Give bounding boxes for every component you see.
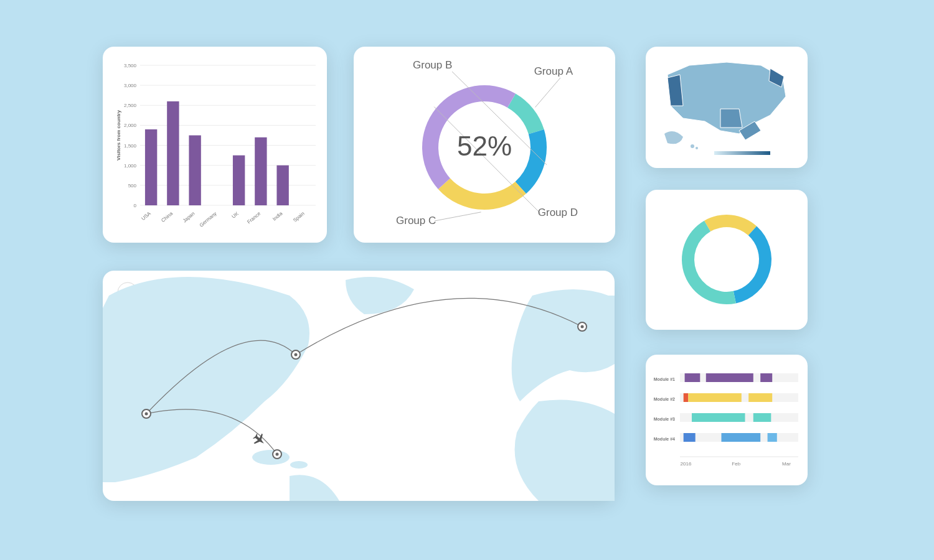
svg-text:1,000: 1,000	[124, 163, 137, 169]
svg-point-68	[252, 450, 290, 465]
svg-text:Group A: Group A	[534, 65, 573, 77]
svg-text:3,000: 3,000	[124, 83, 137, 88]
svg-text:Japan: Japan	[182, 211, 196, 224]
svg-text:Module #1: Module #1	[654, 377, 675, 381]
svg-point-73	[276, 453, 279, 456]
card-bar-chart: 05001,0001,5002,0002,5003,0003,500Visito…	[103, 47, 327, 243]
svg-rect-52	[748, 393, 772, 402]
us-choropleth	[646, 47, 808, 168]
svg-rect-56	[753, 413, 771, 422]
svg-line-31	[535, 78, 560, 107]
svg-text:China: China	[160, 210, 174, 223]
svg-rect-42	[714, 151, 770, 155]
svg-text:UK: UK	[231, 210, 240, 219]
svg-rect-45	[685, 373, 700, 382]
bar-chart: 05001,0001,5002,0002,5003,0003,500Visito…	[103, 47, 327, 243]
map-legend	[714, 151, 770, 155]
card-timeline: Module #1Module #2Module #3Module #42016…	[646, 355, 808, 485]
card-us-map	[646, 47, 808, 168]
airplane-icon	[251, 431, 268, 449]
svg-text:500: 500	[128, 183, 137, 189]
svg-rect-61	[768, 433, 777, 442]
svg-text:Group B: Group B	[413, 59, 452, 71]
svg-rect-26	[255, 138, 267, 205]
svg-rect-51	[688, 393, 742, 402]
svg-line-35	[435, 212, 481, 221]
svg-text:2,000: 2,000	[124, 123, 137, 128]
donut-small	[646, 190, 808, 330]
svg-text:Group D: Group D	[538, 207, 578, 218]
svg-rect-24	[233, 156, 245, 205]
svg-rect-19	[167, 101, 179, 205]
svg-rect-60	[722, 433, 761, 442]
svg-point-74	[581, 325, 584, 329]
timeline-chart: Module #1Module #2Module #3Module #42016…	[646, 355, 808, 485]
card-donut-small	[646, 190, 808, 330]
svg-text:Mar: Mar	[782, 461, 791, 467]
svg-rect-50	[684, 393, 689, 402]
svg-rect-59	[684, 433, 696, 442]
donut-center-label: 52%	[457, 131, 512, 161]
svg-rect-17	[145, 129, 157, 205]
card-donut-groups: Group AGroup BGroup CGroup D 52%	[354, 47, 615, 243]
svg-point-70	[542, 308, 560, 333]
donut-groups: Group AGroup BGroup CGroup D 52%	[354, 47, 615, 243]
svg-point-39	[691, 144, 694, 148]
svg-point-69	[290, 461, 308, 469]
svg-text:India: India	[271, 210, 283, 222]
svg-rect-55	[692, 413, 745, 422]
svg-point-72	[295, 353, 298, 357]
svg-text:USA: USA	[141, 210, 153, 222]
svg-text:Visitors from country: Visitors from country	[116, 110, 121, 161]
svg-point-40	[696, 147, 698, 149]
svg-text:Group C: Group C	[396, 215, 436, 226]
card-world-map	[103, 271, 615, 501]
svg-text:2016: 2016	[681, 461, 692, 467]
svg-rect-46	[706, 373, 753, 382]
svg-text:Germany: Germany	[199, 211, 218, 228]
svg-text:0: 0	[134, 203, 137, 208]
svg-text:Module #4: Module #4	[654, 437, 675, 441]
svg-rect-21	[189, 136, 200, 206]
svg-text:1,500: 1,500	[124, 143, 137, 149]
svg-text:France: France	[246, 210, 262, 225]
svg-text:Feb: Feb	[732, 461, 740, 467]
world-routes-map	[103, 271, 615, 501]
svg-text:3,500: 3,500	[124, 63, 137, 68]
svg-text:Module #3: Module #3	[654, 417, 675, 421]
svg-text:Spain: Spain	[292, 211, 305, 223]
svg-rect-47	[760, 373, 772, 382]
svg-text:2,500: 2,500	[124, 103, 137, 108]
svg-rect-28	[276, 166, 288, 205]
svg-text:Module #2: Module #2	[654, 397, 675, 401]
svg-point-71	[145, 413, 148, 416]
